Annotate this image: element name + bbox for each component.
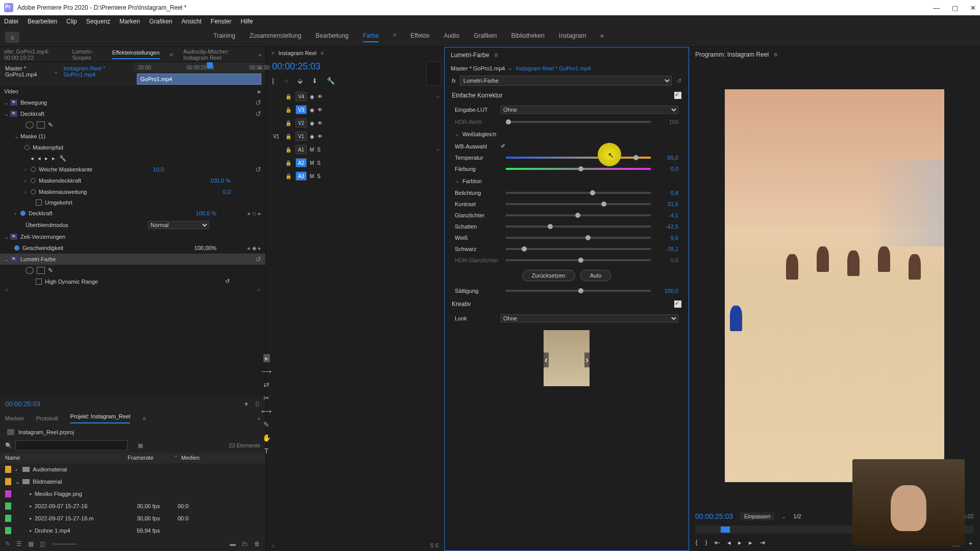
track-v1[interactable]: V1 xyxy=(296,132,307,141)
pen-mask-icon[interactable]: ✎ xyxy=(48,121,56,129)
bin-row[interactable]: ⌄Bildmaterial xyxy=(0,475,265,488)
chevron-down-icon[interactable]: ⌄ xyxy=(455,178,459,184)
chevron-down-icon[interactable]: ⌄ xyxy=(54,68,58,75)
pen-mask-icon[interactable]: ✎ xyxy=(48,267,56,274)
reset-icon[interactable]: ↺ xyxy=(255,255,261,263)
menu-fenster[interactable]: Fenster xyxy=(211,18,232,25)
ws-grafiken[interactable]: Grafiken xyxy=(474,32,497,42)
chevron-icon[interactable]: › xyxy=(14,210,20,216)
keyframe-toggle[interactable] xyxy=(31,167,36,172)
bin-icon[interactable]: ▦ xyxy=(138,442,143,449)
freeform-view-icon[interactable]: ◫ xyxy=(40,540,45,547)
bin-row[interactable]: ›Audiomaterial xyxy=(0,463,265,475)
fx-badge[interactable]: fx xyxy=(10,234,17,240)
blend-select[interactable]: Normal xyxy=(148,221,209,229)
fx-maskdeck[interactable]: Maskendeckkraft xyxy=(39,178,81,184)
ws-overflow-icon[interactable]: » xyxy=(600,32,604,42)
tab-overflow-icon[interactable]: » xyxy=(258,52,261,58)
fx-clip-bar[interactable]: GoPro1.mp4 xyxy=(137,73,261,85)
lumetri-sequence[interactable]: Instagram Reel * GoPro1.mp4 xyxy=(516,65,591,71)
keyframe-toggle[interactable] xyxy=(31,189,36,194)
faerbung-value[interactable]: 0,0 xyxy=(656,166,678,172)
close-button[interactable]: ✕ xyxy=(970,4,976,12)
menu-ansicht[interactable]: Ansicht xyxy=(181,18,201,25)
chevron-icon[interactable]: ⌄ xyxy=(15,479,22,485)
zoom-bracket-icon[interactable]: ⟨⟩ xyxy=(255,400,259,407)
trash-icon[interactable]: 🗑 xyxy=(254,540,260,547)
ws-bearbeitung[interactable]: Bearbeitung xyxy=(315,32,349,42)
program-title[interactable]: Programm: Instagram Reel xyxy=(695,51,769,58)
lock-icon[interactable]: 🔒 xyxy=(285,160,292,166)
lumetri-effect-select[interactable]: Lumetri-Farbe xyxy=(460,76,672,86)
keyframe-toggle[interactable] xyxy=(31,178,36,183)
kf-prev-icon[interactable]: ◂ xyxy=(247,245,250,252)
eyedropper-icon[interactable]: ✐ xyxy=(501,143,505,149)
home-button[interactable]: ⌂ xyxy=(5,32,19,43)
ellipse-mask-icon[interactable] xyxy=(26,121,34,129)
prev-look-icon[interactable]: ‹ xyxy=(544,353,549,367)
ws-farbe-menu-icon[interactable]: ≡ xyxy=(393,32,396,42)
hdr-checkbox[interactable] xyxy=(36,279,42,285)
gesch-value[interactable]: 100,00% xyxy=(194,245,216,251)
lock-icon[interactable]: 🔒 xyxy=(285,134,292,139)
lock-icon[interactable]: 🔒 xyxy=(285,147,292,153)
kf-add-icon[interactable]: ◆ xyxy=(252,245,256,252)
tab-projekt[interactable]: Projekt: Instagram_Reel xyxy=(70,413,130,423)
tab-protokoll[interactable]: Protokoll xyxy=(36,415,58,421)
track-v3[interactable]: V3 xyxy=(296,105,307,114)
scrub-playhead[interactable] xyxy=(721,527,730,533)
track-wrench-icon[interactable]: 🔧 xyxy=(59,155,66,162)
chevron-down-icon[interactable]: ⌄ xyxy=(508,65,512,71)
eye-icon[interactable]: 👁 xyxy=(317,134,325,139)
fx-zeit[interactable]: Zeit-Verzerrungen xyxy=(20,234,65,240)
mute-button[interactable]: M xyxy=(310,173,314,179)
ellipse-mask-icon[interactable] xyxy=(26,267,34,274)
timeline-timecode[interactable]: 00:00:25:03 xyxy=(266,59,424,74)
zoom-slider[interactable]: ○───── xyxy=(52,540,77,547)
keyframe-toggle[interactable] xyxy=(20,211,26,216)
bin-row[interactable]: ▪2022-09-07 15-27-16.m30,00 fps00:0 xyxy=(0,512,265,524)
fx-maske[interactable]: Maske (1) xyxy=(20,133,45,139)
menu-clip[interactable]: Clip xyxy=(66,18,77,25)
program-monitor[interactable] xyxy=(725,89,944,482)
ws-instagram[interactable]: Instagram xyxy=(559,32,586,42)
col-name[interactable]: Name xyxy=(5,455,128,461)
menu-grafiken[interactable]: Grafiken xyxy=(149,18,172,25)
schwarz-slider[interactable] xyxy=(506,248,651,250)
step-fwd-icon[interactable]: ▸ xyxy=(749,539,752,548)
play-icon[interactable]: ▸ xyxy=(258,87,261,95)
fx-deckkraft2[interactable]: Deckkraft xyxy=(29,210,52,216)
lock-icon[interactable]: 🔒 xyxy=(285,120,292,126)
eingabe-lut-select[interactable]: Ohne xyxy=(501,106,678,114)
mark-out-icon[interactable]: ⟩ xyxy=(705,539,707,548)
fit-dropdown[interactable]: Einpassen xyxy=(740,512,774,520)
toggle-output-icon[interactable]: ◉ xyxy=(310,107,314,113)
weiss-value[interactable]: 9,6 xyxy=(656,235,678,241)
track-next-icon[interactable]: ▸ xyxy=(52,155,55,162)
weiss-slider[interactable] xyxy=(506,237,651,239)
track-v4[interactable]: V4 xyxy=(296,92,307,101)
lumetri-panel-title[interactable]: Lumetri-Farbe xyxy=(451,52,489,59)
color-label[interactable] xyxy=(5,515,11,522)
chevron-down-icon[interactable]: ⌄ xyxy=(455,131,459,137)
mute-button[interactable]: M xyxy=(310,160,314,166)
sequence-name[interactable]: Instagram Reel xyxy=(278,50,316,56)
master-clip[interactable]: Master * GoPro1.mp4 xyxy=(5,65,52,78)
snap-icon[interactable]: ⁅ xyxy=(272,77,275,85)
mute-button[interactable]: M xyxy=(310,147,314,153)
ws-farbe[interactable]: Farbe xyxy=(363,32,379,42)
funnel-icon[interactable]: ▼ xyxy=(243,401,249,407)
maximize-button[interactable]: ▢ xyxy=(952,4,958,12)
ws-zusammenstellung[interactable]: Zusammenstellung xyxy=(250,32,301,42)
scroll-knob[interactable]: ○ xyxy=(5,287,9,293)
fx-timeline-ruler[interactable]: ▸ :20:00 00:00:25:00 00:00:30: xyxy=(133,62,265,72)
look-select[interactable]: Ohne xyxy=(501,314,678,322)
reset-icon[interactable]: ↺ xyxy=(255,110,261,118)
schatten-slider[interactable] xyxy=(506,226,651,228)
chevron-icon[interactable]: ⌄ xyxy=(4,99,10,106)
weissabgleich-label[interactable]: Weißabgleich xyxy=(462,131,496,137)
kontrast-slider[interactable] xyxy=(506,203,651,205)
ws-effekte[interactable]: Effekte xyxy=(410,32,429,42)
mark-in-icon[interactable]: ⟨ xyxy=(695,539,698,548)
rect-mask-icon[interactable] xyxy=(37,121,45,129)
